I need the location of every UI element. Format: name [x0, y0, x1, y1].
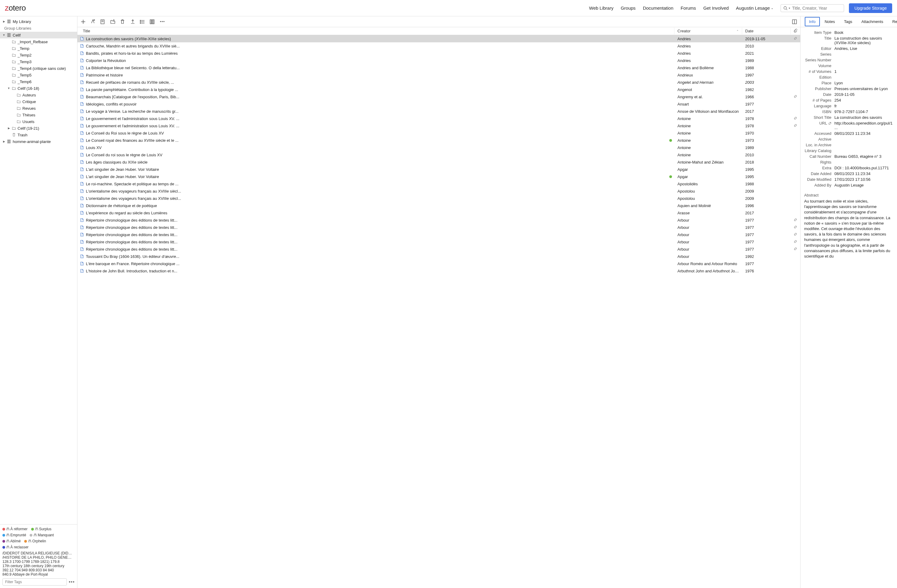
- item-row[interactable]: Bandits, pirates et hors-la-loi au temps…: [77, 50, 800, 57]
- collection--temp5[interactable]: _Temp5: [0, 72, 77, 78]
- meta-value[interactable]: 2019-11-05: [834, 92, 893, 97]
- tag-plain[interactable]: /HISTOIRE DE LA PHILO, PHILO GENERAL...: [2, 555, 72, 560]
- new-note-button[interactable]: [100, 19, 105, 24]
- meta-value[interactable]: La construction des savoirs: [834, 115, 893, 120]
- collection-auteurs[interactable]: Auteurs: [0, 92, 77, 98]
- collection-th-ses[interactable]: Thèses: [0, 111, 77, 118]
- item-row[interactable]: Recueil de préfaces de romans du XVIIIe …: [77, 79, 800, 86]
- item-row[interactable]: Répertoire chronologique des éditions de…: [77, 238, 800, 246]
- add-by-identifier-button[interactable]: [90, 19, 96, 24]
- twisty-icon[interactable]: [7, 87, 10, 90]
- column-header-title[interactable]: Title: [77, 27, 674, 34]
- item-row[interactable]: L'art singulier de Jean Huber. Voir Volt…: [77, 173, 800, 180]
- item-row[interactable]: Répertoire chronologique des éditions de…: [77, 231, 800, 238]
- item-row[interactable]: La Bibliothèque bleue nel Seicento. O de…: [77, 64, 800, 71]
- upgrade-storage-button[interactable]: Upgrade Storage: [849, 3, 892, 13]
- collection--temp[interactable]: _Temp: [0, 45, 77, 52]
- my-library[interactable]: My Library: [0, 18, 77, 25]
- item-row[interactable]: Cartouche, Mandrin et autres brigands du…: [77, 42, 800, 50]
- meta-value[interactable]: Augustin Lesage: [834, 183, 893, 188]
- collection--import-refbase[interactable]: _Import_Refbase: [0, 38, 77, 45]
- meta-value[interactable]: http://books.openedition.org/pul/1...: [834, 121, 893, 130]
- tab-related[interactable]: Related: [888, 17, 897, 26]
- user-menu[interactable]: Augustin Lesage ⌄: [736, 5, 774, 11]
- meta-value[interactable]: 17/01/2023 17:10:56: [834, 177, 893, 182]
- collection--temp3[interactable]: _Temp3: [0, 58, 77, 65]
- column-header-creator[interactable]: Creator⌃: [674, 27, 742, 34]
- meta-value[interactable]: 978-2-7297-1104-7: [834, 110, 893, 114]
- meta-value[interactable]: Andries, Lise: [834, 46, 893, 51]
- item-row[interactable]: La parole pamphlétaire. Contribution à l…: [77, 86, 800, 93]
- tab-notes[interactable]: Notes: [820, 17, 839, 26]
- item-row[interactable]: L'orientalisme des voyageurs français au…: [77, 195, 800, 202]
- meta-value[interactable]: 08/01/2023 11:23:34: [834, 171, 893, 176]
- meta-value[interactable]: 1: [834, 69, 893, 74]
- collection-revues[interactable]: Revues: [0, 105, 77, 111]
- more-options-button[interactable]: •••: [160, 19, 165, 24]
- item-row[interactable]: Répertoire chronologique des éditions de…: [77, 246, 800, 253]
- export-button[interactable]: [130, 19, 135, 24]
- tab-attachments[interactable]: Attachments: [857, 17, 887, 26]
- tag-colored[interactable]: /!\ À réformer: [2, 527, 28, 531]
- item-row[interactable]: Beaumarchais [Catalogue de l'exposition,…: [77, 93, 800, 100]
- item-row[interactable]: Patrimoine et histoireAndrieux1997: [77, 71, 800, 79]
- item-row[interactable]: Le Conseil du Roi sous le règne de Louis…: [77, 130, 800, 137]
- collection-cellf-19-21-[interactable]: Cellf (19-21): [0, 125, 77, 131]
- tab-info[interactable]: Info: [805, 17, 820, 26]
- app-logo[interactable]: zotero: [5, 3, 26, 13]
- collection-cellf[interactable]: Cellf: [0, 32, 77, 38]
- nav-get-involved[interactable]: Get Involved: [703, 5, 729, 11]
- item-row[interactable]: L'orientalisme des voyageurs français au…: [77, 188, 800, 195]
- item-row[interactable]: Dictionnaire de rhétorique et de poétiqu…: [77, 202, 800, 209]
- meta-value[interactable]: Book: [834, 30, 893, 35]
- item-row[interactable]: Idéologies, conflits et pouvoirAnsart197…: [77, 100, 800, 108]
- nav-web-library[interactable]: Web Library: [589, 5, 614, 11]
- item-row[interactable]: Les âges classiques du XIXe siècleAntoin…: [77, 159, 800, 166]
- tag-plain[interactable]: 392.12 704.949 809.933 84 840: [2, 568, 72, 572]
- collection--temp4-critique-sans-cote-[interactable]: _Temp4 (critique sans cote): [0, 65, 77, 72]
- global-search-input[interactable]: [792, 6, 841, 11]
- tag-plain[interactable]: 128.3 1700-1799 1769-1821) 179.8: [2, 560, 72, 564]
- item-row[interactable]: L'art singulier de Jean Huber. Voir Volt…: [77, 166, 800, 173]
- nav-documentation[interactable]: Documentation: [643, 5, 674, 11]
- tag-colored[interactable]: /!\ Manquant: [30, 533, 54, 537]
- meta-value[interactable]: DOI : 10.4000/books.pul.11771: [834, 166, 893, 170]
- global-search[interactable]: ▾: [781, 4, 844, 12]
- meta-value[interactable]: Presses universitaires de Lyon: [834, 87, 893, 91]
- item-row[interactable]: L'histoire de John Bull. Introduction, t…: [77, 267, 800, 275]
- item-row[interactable]: Le roi-machine. Spectacle et politique a…: [77, 180, 800, 188]
- column-picker-button[interactable]: [792, 19, 797, 24]
- item-row[interactable]: Répertoire chronologique des éditions de…: [77, 217, 800, 224]
- column-header-date[interactable]: Date: [742, 27, 791, 34]
- meta-value[interactable]: 254: [834, 98, 893, 102]
- add-to-collection-button[interactable]: [110, 19, 116, 24]
- column-header-attachment[interactable]: [791, 28, 800, 34]
- tag-colored[interactable]: /!\ Abîmé: [2, 539, 21, 543]
- item-row[interactable]: L'ère baroque en France. Répertoire chro…: [77, 260, 800, 267]
- collection-cellf-16-18-[interactable]: Cellf (16-18): [0, 85, 77, 92]
- item-row[interactable]: Toussaint Du Bray (1604-1636). Un éditeu…: [77, 253, 800, 260]
- meta-value[interactable]: La construction des savoirs (XVIIIe-XIXe…: [834, 36, 893, 45]
- item-row[interactable]: Colporter la RévolutionAndries1989: [77, 57, 800, 64]
- item-row[interactable]: L'expérience du regard au siècle des Lum…: [77, 209, 800, 217]
- trash-trash[interactable]: Trash: [0, 131, 77, 138]
- nav-groups[interactable]: Groups: [621, 5, 635, 11]
- twisty-icon[interactable]: [2, 20, 5, 23]
- tag-colored[interactable]: /!\ À reclasser: [2, 545, 28, 549]
- item-row[interactable]: Répertoire chronologique des éditions de…: [77, 224, 800, 231]
- tag-plain[interactable]: 17th century 18th century 19th century: [2, 564, 72, 568]
- tag-plain[interactable]: /DIDEROT DENIS/LA RELIGIEUSE (DIDERO...: [2, 551, 72, 555]
- item-row[interactable]: Le voyage à Venise. La recherche de manu…: [77, 108, 800, 115]
- tag-colored[interactable]: /!\ Emprunté: [2, 533, 26, 537]
- meta-value[interactable]: Bureau G653, étagère n° 3: [834, 154, 893, 159]
- item-row[interactable]: Le Conseil royal des finances au XVIIIe …: [77, 137, 800, 144]
- collection--temp6[interactable]: _Temp6: [0, 78, 77, 85]
- item-row[interactable]: Le gouvernement et l'administration sous…: [77, 122, 800, 130]
- twisty-icon[interactable]: [2, 140, 5, 143]
- create-bibliography-button[interactable]: [140, 19, 145, 24]
- tag-colored[interactable]: /!\ Surplus: [31, 527, 51, 531]
- twisty-icon[interactable]: [2, 34, 5, 37]
- collection-usuels[interactable]: Usuels: [0, 118, 77, 125]
- subscribe-feed-button[interactable]: [149, 19, 155, 24]
- collection-homme-animal-plante[interactable]: homme-animal-plante: [0, 138, 77, 145]
